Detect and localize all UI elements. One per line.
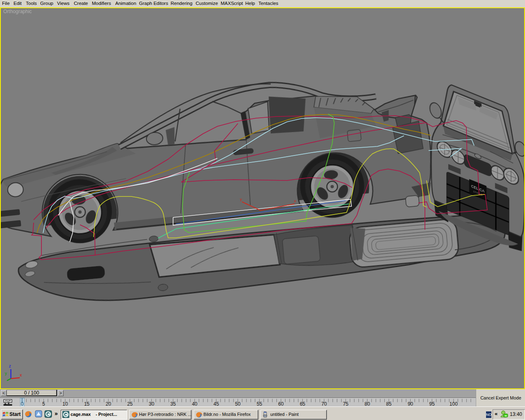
svg-text:55: 55 xyxy=(257,401,262,406)
svg-text:20: 20 xyxy=(106,401,112,406)
svg-text:x: x xyxy=(294,199,296,203)
svg-text:80: 80 xyxy=(365,401,370,406)
svg-text:y: y xyxy=(240,197,242,201)
svg-text:15: 15 xyxy=(84,401,90,406)
svg-text:0: 0 xyxy=(21,401,24,406)
svg-text:40: 40 xyxy=(192,401,198,406)
svg-text:60: 60 xyxy=(278,401,284,406)
svg-text:30: 30 xyxy=(149,401,155,406)
svg-text:25: 25 xyxy=(127,401,133,406)
svg-text:100: 100 xyxy=(450,401,458,406)
svg-text:35: 35 xyxy=(170,401,176,406)
svg-text:75: 75 xyxy=(343,401,349,406)
svg-text:45: 45 xyxy=(214,401,219,406)
svg-text:Start: Start xyxy=(9,411,21,417)
svg-text:95: 95 xyxy=(429,401,435,406)
svg-text:50: 50 xyxy=(235,401,241,406)
svg-text:10: 10 xyxy=(62,401,68,406)
svg-text:65: 65 xyxy=(300,401,306,406)
svg-text:»: » xyxy=(55,410,58,417)
svg-text:5: 5 xyxy=(42,401,45,406)
svg-text:y: y xyxy=(5,371,7,376)
svg-text:x: x xyxy=(20,373,22,377)
svg-text:70: 70 xyxy=(322,401,327,406)
svg-text:z: z xyxy=(9,364,11,368)
svg-text:Orthographic: Orthographic xyxy=(3,9,32,14)
svg-text:90: 90 xyxy=(408,401,413,406)
svg-text:85: 85 xyxy=(386,401,392,406)
